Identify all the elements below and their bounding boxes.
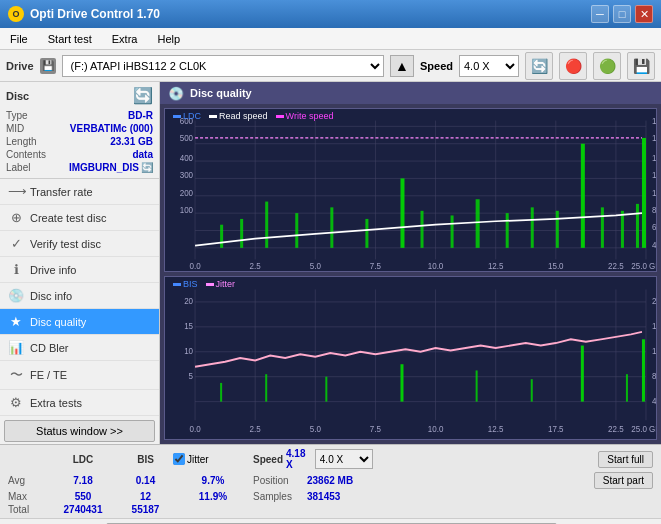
disc-contents-label: Contents [6,149,46,160]
nav-verify-test-disc[interactable]: ✓ Verify test disc [0,231,159,257]
svg-text:16%: 16% [652,321,656,332]
nav-verify-disc-label: Verify test disc [30,238,101,250]
read-speed-legend-label: Read speed [219,111,268,121]
svg-text:0.0: 0.0 [189,423,200,434]
disc-label-row: Label IMGBURN_DIS 🔄 [6,161,153,174]
jitter-checkbox[interactable] [173,453,185,465]
svg-rect-97 [476,370,478,401]
drive-bar: Drive 💾 (F:) ATAPI iHBS112 2 CL0K ▲ Spee… [0,50,661,82]
jitter-checkbox-label[interactable]: Jitter [173,453,253,465]
main-layout: Disc 🔄 Type BD-R MID VERBATIMc (000) Len… [0,82,661,444]
charts-container: LDC Read speed Write speed [160,104,661,444]
nav-fe-te-label: FE / TE [30,369,67,381]
svg-text:12%: 12% [652,345,656,356]
svg-text:5.0: 5.0 [310,260,321,271]
nav-fe-te[interactable]: 〜 FE / TE [0,361,159,390]
close-button[interactable]: ✕ [635,5,653,23]
svg-text:5.0: 5.0 [310,423,321,434]
total-bis-val: 55187 [118,504,173,515]
menu-extra[interactable]: Extra [106,31,144,47]
menu-help[interactable]: Help [151,31,186,47]
window-controls: ─ □ ✕ [591,5,653,23]
jitter-check-area[interactable]: Jitter [173,453,253,465]
svg-rect-42 [240,219,243,248]
svg-text:0.0: 0.0 [189,260,200,271]
speed-select[interactable]: 4.0 X [459,55,519,77]
stats-header-row: LDC BIS Jitter Speed 4.18 X 4.0 X Start … [8,448,653,470]
svg-text:17.5: 17.5 [548,423,564,434]
verify-disc-icon: ✓ [8,236,24,251]
bis-legend-item: BIS [173,279,198,289]
disc-length-val: 23.31 GB [110,136,153,147]
svg-text:25.0 GB: 25.0 GB [631,423,656,434]
samples-area: Samples 381453 [253,491,373,502]
svg-rect-48 [421,211,424,248]
write-speed-legend-dot [276,115,284,118]
disc-section-title: Disc [6,90,29,102]
samples-row: Samples 381453 [253,491,373,502]
minimize-button[interactable]: ─ [591,5,609,23]
disc-quality-header: 💿 Disc quality [160,82,661,104]
svg-rect-100 [626,374,628,401]
nav-disc-info[interactable]: 💿 Disc info [0,283,159,309]
menu-file[interactable]: File [4,31,34,47]
svg-rect-51 [506,213,509,248]
save-button[interactable]: 💾 [627,52,655,80]
max-jitter-val: 11.9% [173,491,253,502]
app-title: Opti Drive Control 1.70 [30,7,160,21]
status-window-button[interactable]: Status window >> [4,420,155,442]
nav-extra-tests-label: Extra tests [30,397,82,409]
disc-length-row: Length 23.31 GB [6,135,153,148]
bis-legend-dot [173,283,181,286]
nav-create-test-disc[interactable]: ⊕ Create test disc [0,205,159,231]
svg-text:25.0 GB: 25.0 GB [631,260,656,271]
svg-text:10.0: 10.0 [428,423,444,434]
speed-target-select[interactable]: 4.0 X [315,449,373,469]
svg-text:12X: 12X [652,170,656,181]
svg-text:2.5: 2.5 [250,423,261,434]
refresh-button[interactable]: 🔄 [525,52,553,80]
nav-cd-bler[interactable]: 📊 CD Bler [0,335,159,361]
eject-button[interactable]: ▲ [390,55,414,77]
avg-bis-val: 0.14 [118,475,173,486]
svg-text:4%: 4% [652,395,656,406]
total-label: Total [8,504,48,515]
jitter-legend-item: Jitter [206,279,236,289]
svg-rect-95 [325,377,327,402]
speed-current-val: 4.18 X [286,448,312,470]
svg-text:5: 5 [189,370,193,381]
nav-create-disc-label: Create test disc [30,212,106,224]
nav-extra-tests[interactable]: ⚙ Extra tests [0,390,159,416]
extra-tests-icon: ⚙ [8,395,24,410]
svg-text:10X: 10X [652,187,656,198]
nav-items: ⟶ Transfer rate ⊕ Create test disc ✓ Ver… [0,179,159,416]
svg-text:7.5: 7.5 [370,260,381,271]
content-area: 💿 Disc quality LDC Read speed [160,82,661,444]
disc-refresh-icon[interactable]: 🔄 [133,86,153,105]
svg-rect-53 [556,211,559,248]
svg-text:200: 200 [180,187,194,198]
jitter-legend-label: Jitter [216,279,236,289]
svg-rect-49 [451,215,454,247]
drive-select[interactable]: (F:) ATAPI iHBS112 2 CL0K [62,55,384,77]
start-full-button[interactable]: Start full [598,451,653,468]
nav-disc-quality[interactable]: ★ Disc quality [0,309,159,335]
disc-type-val: BD-R [128,110,153,121]
start-part-button[interactable]: Start part [594,472,653,489]
svg-rect-56 [621,211,624,248]
settings-button1[interactable]: 🔴 [559,52,587,80]
bis-chart-svg: 20 15 10 5 20% 16% 12% 8% 4% 0.0 2.5 5.0… [165,277,656,439]
svg-text:20: 20 [184,296,193,307]
svg-rect-55 [601,207,604,248]
svg-rect-52 [531,207,534,248]
drive-icon: 💾 [40,58,56,74]
maximize-button[interactable]: □ [613,5,631,23]
disc-label-val: IMGBURN_DIS 🔄 [69,162,153,173]
ldc-chart-legend: LDC Read speed Write speed [173,111,333,121]
menu-bar: File Start test Extra Help [0,28,661,50]
svg-text:4X: 4X [652,239,656,250]
settings-button2[interactable]: 🟢 [593,52,621,80]
menu-start-test[interactable]: Start test [42,31,98,47]
nav-transfer-rate[interactable]: ⟶ Transfer rate [0,179,159,205]
nav-drive-info[interactable]: ℹ Drive info [0,257,159,283]
